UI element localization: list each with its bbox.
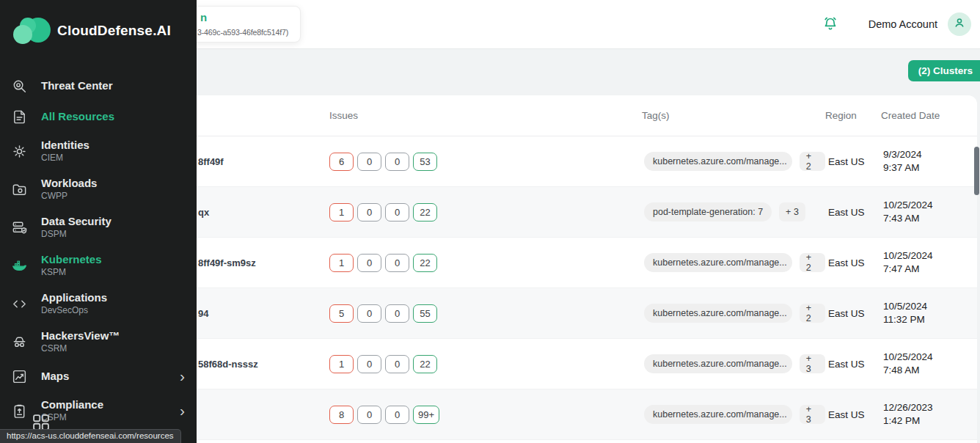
created-time: 7:47 AM: [883, 263, 977, 276]
high-issues-badge[interactable]: 0: [357, 304, 381, 323]
region-value: East US: [825, 257, 881, 268]
high-issues-badge[interactable]: 0: [357, 254, 381, 272]
issue-badges: 10022: [329, 254, 642, 272]
issue-badges: 80099+: [329, 406, 642, 424]
sidebar-item-workloads[interactable]: Workloads CWPP ›: [0, 170, 197, 208]
created-date-value: 10/25/2024 7:48 AM: [881, 351, 977, 377]
critical-issues-badge[interactable]: 1: [329, 203, 354, 222]
more-tags-pill[interactable]: + 2: [800, 152, 825, 171]
compliance-icon: [10, 402, 28, 420]
tags-cell: kubernetes.azure.com/manage... + 3: [642, 405, 825, 424]
status-url: https://acs-us.clouddefenseai.com/resour…: [7, 431, 174, 440]
critical-issues-badge[interactable]: 6: [329, 153, 354, 171]
sidebar-item-label: Maps: [41, 370, 69, 383]
account-avatar[interactable]: [948, 12, 971, 36]
low-issues-badge[interactable]: 99+: [413, 406, 439, 424]
created-date: 10/25/2024: [883, 199, 977, 212]
vertical-scrollbar-thumb[interactable]: [974, 147, 979, 195]
tag-pill[interactable]: kubernetes.azure.com/manage...: [644, 253, 792, 272]
tag-pill[interactable]: kubernetes.azure.com/manage...: [644, 405, 792, 424]
sidebar-item-hackersview[interactable]: HackersView™ CSRM ›: [0, 323, 197, 361]
tag-pill[interactable]: kubernetes.azure.com/manage...: [644, 152, 792, 171]
more-tags-pill[interactable]: + 3: [800, 405, 825, 424]
low-issues-badge[interactable]: 55: [413, 304, 437, 323]
tooltip-resource-id: 3-469c-a593-46fe8fc514f7): [197, 26, 296, 38]
created-date-value: 10/5/2024 11:32 PM: [881, 300, 977, 326]
tag-pill[interactable]: kubernetes.azure.com/manage...: [644, 304, 792, 323]
sidebar-item-sublabel: CIEM: [41, 153, 89, 164]
low-issues-badge[interactable]: 22: [413, 254, 437, 272]
sidebar-item-applications[interactable]: Applications DevSecOps ›: [0, 285, 197, 323]
hackersview-icon: [10, 333, 28, 351]
chevron-right-icon: ›: [180, 405, 185, 417]
high-issues-badge[interactable]: 0: [357, 406, 381, 424]
created-time: 7:48 AM: [883, 364, 977, 377]
issue-badges: 50055: [329, 304, 642, 323]
medium-issues-badge[interactable]: 0: [385, 203, 409, 222]
more-tags-pill[interactable]: + 3: [800, 354, 825, 373]
sidebar-item-label: Compliance: [41, 398, 103, 411]
high-issues-badge[interactable]: 0: [357, 355, 381, 373]
tags-cell: pod-template-generation: 7 + 3: [642, 202, 825, 222]
tag-pill[interactable]: kubernetes.azure.com/manage...: [644, 354, 792, 373]
region-value: East US: [825, 359, 881, 370]
created-time: 7:43 AM: [883, 212, 977, 225]
critical-issues-badge[interactable]: 8: [329, 406, 354, 424]
tag-pill[interactable]: pod-template-generation: 7: [644, 202, 772, 222]
sidebar-item-all-resources[interactable]: All Resources ›: [0, 101, 197, 132]
more-tags-pill[interactable]: + 3: [779, 202, 805, 222]
kubernetes-icon: [10, 257, 28, 274]
sidebar-item-sublabel: CSRM: [41, 343, 120, 354]
low-issues-badge[interactable]: 22: [413, 203, 437, 222]
account-name[interactable]: Demo Account: [869, 18, 937, 30]
sidebar-item-label: Identities: [41, 139, 89, 152]
sidebar-item-identities[interactable]: Identities CIEM ›: [0, 132, 197, 170]
brand-logo[interactable]: CloudDefense.AI: [0, 0, 197, 51]
sidebar-item-maps[interactable]: Maps ›: [0, 361, 197, 392]
sidebar-item-threat-center[interactable]: Threat Center ›: [0, 70, 197, 101]
data-security-icon: [10, 219, 28, 236]
region-value: East US: [825, 156, 881, 167]
critical-issues-badge[interactable]: 1: [329, 355, 354, 373]
more-tags-pill[interactable]: + 2: [800, 304, 825, 323]
clusters-button[interactable]: (2) Clusters: [908, 60, 980, 81]
created-time: 9:37 AM: [883, 161, 977, 175]
cloud-logo-icon: [9, 14, 54, 48]
critical-issues-badge[interactable]: 5: [329, 304, 354, 323]
resources-icon: [10, 108, 28, 125]
created-time: 1:42 PM: [883, 414, 977, 428]
created-date: 10/25/2024: [883, 351, 977, 364]
issue-badges: 60053: [329, 153, 642, 171]
high-issues-badge[interactable]: 0: [357, 153, 381, 171]
sidebar-item-label: Kubernetes: [41, 253, 102, 266]
workloads-icon: [10, 180, 28, 198]
medium-issues-badge[interactable]: 0: [385, 304, 409, 323]
created-date-value: 10/25/2024 7:47 AM: [881, 249, 977, 276]
region-value: East US: [825, 308, 881, 319]
medium-issues-badge[interactable]: 0: [385, 254, 409, 272]
identities-icon: [10, 142, 28, 160]
column-header-region: Region: [825, 110, 881, 121]
sidebar-item-data-security[interactable]: Data Security DSPM ›: [0, 208, 197, 246]
medium-issues-badge[interactable]: 0: [385, 153, 409, 171]
created-date: 12/26/2023: [883, 401, 977, 414]
critical-issues-badge[interactable]: 1: [329, 254, 354, 272]
column-header-tags: Tag(s): [642, 110, 825, 121]
medium-issues-badge[interactable]: 0: [385, 355, 409, 373]
person-icon: [952, 15, 967, 33]
sidebar-item-compliance[interactable]: Compliance CSPM ›: [0, 392, 197, 430]
sidebar-item-sublabel: KSPM: [41, 267, 102, 278]
low-issues-badge[interactable]: 53: [413, 153, 437, 171]
notifications-bell-button[interactable]: [822, 15, 839, 33]
bell-icon: [822, 24, 839, 35]
column-header-created-date: Created Date: [881, 110, 977, 121]
resource-tooltip-card: n 3-469c-a593-46fe8fc514f7): [185, 6, 301, 43]
sidebar-item-sublabel: DSPM: [41, 229, 111, 240]
more-tags-pill[interactable]: + 2: [800, 253, 825, 272]
sidebar-item-kubernetes[interactable]: Kubernetes KSPM ›: [0, 246, 197, 285]
chevron-right-icon: ›: [180, 370, 185, 382]
tags-cell: kubernetes.azure.com/manage... + 3: [642, 354, 825, 373]
high-issues-badge[interactable]: 0: [357, 203, 381, 222]
low-issues-badge[interactable]: 22: [413, 355, 437, 373]
medium-issues-badge[interactable]: 0: [385, 406, 409, 424]
